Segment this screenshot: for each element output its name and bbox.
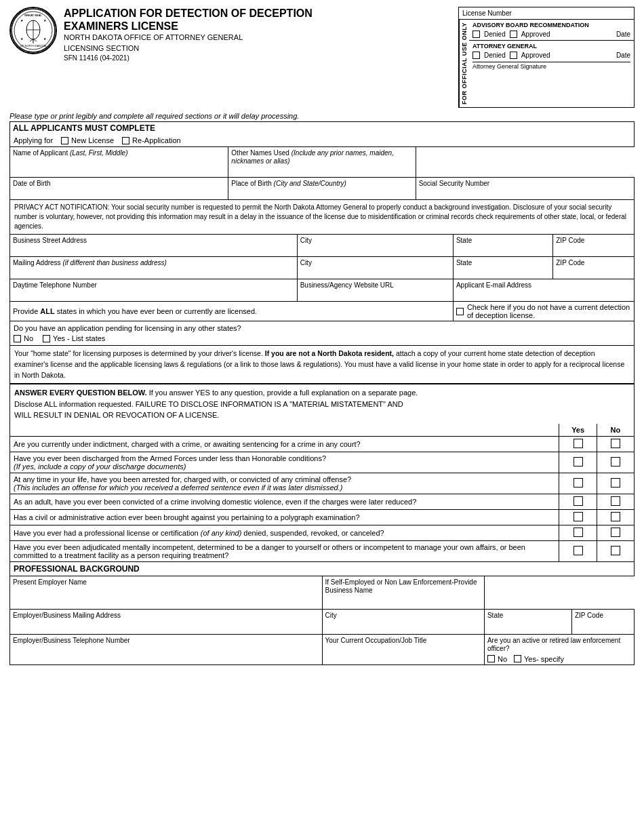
q2-yes-cell [559,452,597,473]
employer-phone-label: Employer/Business Telephone Number [13,637,130,644]
official-use-label: FOR OFFICIAL USE ONLY [459,20,469,107]
zip-label: ZIP Code [556,237,584,244]
employer-city-cell: City [322,609,484,634]
q4-no-checkbox[interactable] [611,496,620,506]
phone-cell: Daytime Telephone Number [10,279,298,302]
applying-for-label: Applying for [14,136,53,144]
all-states-label: Provide ALL states in which you have eve… [13,307,257,315]
header-section: GREAT SEAL OF NORTH DAKOTA ★ ★ ★ ★ APPLI… [9,7,635,108]
new-license-label: New License [71,136,114,144]
no-license-cell: Check here if you do not have a current … [453,302,634,321]
no-option: No [14,334,33,342]
business-address-cell: Business Street Address [10,235,298,257]
q6-no-cell [597,525,634,540]
q3-yes-cell [559,473,597,494]
ag-denied-checkbox[interactable] [472,52,480,59]
no-license-checkbox[interactable] [456,308,464,315]
q5-yes-cell [559,509,597,525]
phone-label: Daytime Telephone Number [13,281,97,289]
q5-no-cell [597,509,634,525]
le-no-label: No [498,655,507,663]
occupation-label: Your Current Occupation/Job Title [325,637,427,644]
subtitle1: NORTH DAKOTA OFFICE OF ATTORNEY GENERAL [64,33,451,43]
q3-yes-checkbox[interactable] [573,478,583,488]
mailing-city-cell: City [297,257,453,279]
name-table: Name of Applicant (Last, First, Middle) … [9,147,635,200]
form-title: APPLICATION FOR DETECTION OF DECEPTION E… [64,7,451,33]
table-row: As an adult, have you ever been convicte… [10,494,635,509]
q2-no-checkbox[interactable] [611,457,620,466]
other-names-label: Other Names Used (Include any prior name… [231,149,394,165]
pob-label: Place of Birth (City and State/Country) [231,180,346,187]
q5-yes-checkbox[interactable] [573,512,583,521]
law-enforcement-label: Are you an active or retired law enforce… [487,637,620,652]
mailing-zip-label: ZIP Code [556,259,584,266]
advisory-denied-checkbox[interactable] [472,31,480,38]
employer-zip-label: ZIP Code [575,612,603,619]
new-license-checkbox[interactable] [61,137,68,144]
q6-yes-checkbox[interactable] [573,528,583,537]
other-names-label-cell: Other Names Used (Include any prior name… [228,147,416,178]
employer-address-cell: Employer/Business Mailing Address [10,609,323,634]
q7-text: Have you ever been adjudicated mentally … [10,540,559,561]
no-license-label: Check here if you do not have a current … [467,303,631,319]
svg-text:★: ★ [43,18,47,22]
q4-yes-cell [559,494,597,509]
pending-yes-checkbox[interactable] [43,335,50,342]
ag-approved-checkbox[interactable] [510,52,517,59]
table-row: Have you ever been discharged from the A… [10,452,635,473]
q5-text: Has a civil or administrative action eve… [10,509,559,525]
q7-yes-checkbox[interactable] [573,546,583,555]
website-label: Business/Agency Website URL [300,281,394,289]
form-number: SFN 11416 (04-2021) [64,54,451,63]
no-header: No [597,424,634,437]
privacy-notice: PRIVACY ACT NOTIFICATION: Your social se… [9,200,635,235]
q2-yes-checkbox[interactable] [573,457,583,466]
ag-sig-label: Attorney General Signature [472,63,546,70]
ag-approved-label: Approved [521,52,550,59]
home-state-notice: Your "home state" for licensing purposes… [9,346,635,384]
self-employed-label: If Self-Employed or Non Law Enforcement-… [325,578,477,594]
svg-text:OF NORTH DAKOTA: OF NORTH DAKOTA [20,44,46,47]
le-yes-checkbox[interactable] [514,655,521,662]
q5-no-checkbox[interactable] [611,512,620,521]
advisory-approved-checkbox[interactable] [510,31,517,38]
advisory-check-row: Denied Approved Date [472,31,630,38]
q7-no-cell [597,540,634,561]
svg-text:GREAT SEAL: GREAT SEAL [24,14,42,17]
employer-name-label: Present Employer Name [13,578,87,586]
answer-notice: ANSWER EVERY QUESTION BELOW. If you answ… [9,384,635,424]
employer-state-cell: State [484,609,571,634]
dob-label: Date of Birth [13,180,51,187]
advisory-date-label: Date [616,31,630,38]
q1-no-cell [597,436,634,452]
pob-label-cell: Place of Birth (City and State/Country) [228,178,416,200]
le-yes-option: Yes- specify [514,655,564,663]
q1-yes-checkbox[interactable] [573,439,583,448]
q7-no-checkbox[interactable] [611,546,620,555]
mailing-state-cell: State [453,257,552,279]
ssn-label: Social Security Number [419,180,489,187]
q1-no-checkbox[interactable] [611,439,620,448]
q6-no-checkbox[interactable] [611,528,620,537]
ag-denied-label: Denied [484,52,506,59]
ag-signature-line: Attorney General Signature [472,62,630,70]
name-label: Name of Applicant (Last, First, Middle) [13,149,128,157]
advisory-denied-label: Denied [484,31,506,38]
law-enforcement-cell: Are you an active or retired law enforce… [484,634,634,664]
advisory-title: ADVISORY BOARD RECOMMENDATION [472,22,630,28]
q4-yes-checkbox[interactable] [573,496,583,506]
mailing-state-label: State [456,259,472,266]
name-label-cell: Name of Applicant (Last, First, Middle) [10,147,228,178]
q3-no-checkbox[interactable] [611,478,620,488]
q3-no-cell [597,473,634,494]
pending-no-checkbox[interactable] [14,335,21,342]
subtitle2: LICENSING SECTION [64,43,451,54]
instruction-text: Please type or print legibly and complet… [9,112,635,120]
re-application-label: Re-Application [132,136,181,144]
occupation-cell: Your Current Occupation/Job Title [322,634,484,664]
ag-date-label: Date [616,52,630,59]
le-no-checkbox[interactable] [487,655,495,662]
re-application-checkbox[interactable] [122,137,129,144]
employer-state-label: State [487,612,503,619]
